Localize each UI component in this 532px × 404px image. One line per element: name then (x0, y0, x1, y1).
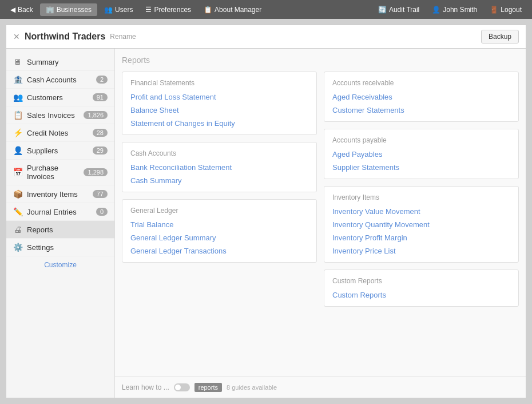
inventory-items-title: Inventory Items (332, 193, 510, 201)
sidebar-item-inventory-items[interactable]: 📦 Inventory Items 77 (6, 185, 114, 203)
general-ledger-title: General Ledger (130, 207, 308, 215)
sidebar-item-journal-entries[interactable]: ✏️ Journal Entries 0 (6, 203, 114, 221)
back-label: Back (18, 6, 33, 14)
customers-icon: 👥 (13, 93, 22, 102)
suppliers-badge: 29 (93, 146, 108, 155)
trial-balance-link[interactable]: Trial Balance (130, 220, 308, 229)
back-button[interactable]: ◀ Back (5, 3, 39, 16)
sidebar-customers-label: Customers (27, 93, 93, 102)
logout-label: Logout (501, 6, 522, 14)
sidebar-summary-label: Summary (27, 58, 108, 66)
reports-area: Reports Financial Statements Profit and … (115, 49, 526, 377)
cash-accounts-section: Cash Accounts Bank Reconciliation Statem… (122, 142, 317, 192)
sidebar-item-sales-invoices[interactable]: 📋 Sales Invoices 1,826 (6, 106, 114, 124)
purchase-invoices-badge: 1,298 (84, 168, 108, 176)
business-title: Northwind Traders (25, 31, 105, 42)
sidebar-item-summary[interactable]: 🖥 Summary (6, 53, 114, 71)
main-wrapper: ✕ Northwind Traders Rename Backup 🖥 Summ… (0, 19, 532, 404)
profit-loss-link[interactable]: Profit and Loss Statement (130, 93, 308, 101)
customize-link[interactable]: Customize (6, 256, 114, 274)
toggle-switch[interactable] (174, 383, 190, 391)
users-button[interactable]: 👥 Users (98, 3, 138, 16)
accounts-payable-title: Accounts payable (332, 136, 510, 144)
customer-statements-link[interactable]: Customer Statements (332, 106, 510, 114)
sidebar-item-credit-notes[interactable]: ⚡ Credit Notes 28 (6, 124, 114, 142)
guides-label: 8 guides available (227, 384, 277, 391)
rename-link[interactable]: Rename (110, 33, 136, 41)
sidebar-cash-label: Cash Accounts (27, 76, 96, 84)
sidebar-item-reports[interactable]: 🖨 Reports (6, 221, 114, 239)
cash-accounts-badge: 2 (96, 76, 108, 84)
reports-title: Reports (122, 56, 519, 65)
businesses-button[interactable]: 🏢 Businesses (40, 3, 97, 16)
cash-accounts-icon: 🏦 (13, 75, 22, 84)
reports-left-column: Financial Statements Profit and Loss Sta… (122, 72, 317, 307)
inventory-quantity-movement-link[interactable]: Inventory Quantity Movement (332, 220, 510, 229)
sidebar: 🖥 Summary 🏦 Cash Accounts 2 👥 Customers … (6, 49, 115, 398)
logout-icon: 🚪 (490, 6, 498, 14)
custom-reports-title: Custom Reports (332, 277, 510, 285)
sidebar-reports-label: Reports (27, 225, 108, 234)
sales-invoices-badge: 1,826 (84, 111, 108, 119)
cash-accounts-section-title: Cash Accounts (130, 149, 308, 157)
audit-icon: 🔄 (378, 6, 387, 14)
sidebar-inventory-label: Inventory Items (27, 190, 93, 199)
journal-icon: ✏️ (13, 207, 22, 216)
business-header: ✕ Northwind Traders Rename Backup (6, 25, 526, 48)
inventory-value-movement-link[interactable]: Inventory Value Movement (332, 207, 510, 216)
sidebar-journal-label: Journal Entries (27, 208, 96, 216)
sidebar-credit-label: Credit Notes (27, 129, 93, 137)
summary-icon: 🖥 (13, 57, 22, 66)
sales-invoices-icon: 📋 (13, 110, 22, 120)
sidebar-sales-label: Sales Invoices (27, 111, 84, 120)
preferences-icon: ☰ (145, 6, 152, 14)
logout-button[interactable]: 🚪 Logout (484, 3, 527, 16)
audit-trail-button[interactable]: 🔄 Audit Trail (372, 3, 425, 16)
aged-receivables-link[interactable]: Aged Receivables (332, 93, 510, 101)
inventory-icon: 📦 (13, 189, 22, 199)
bank-reconciliation-link[interactable]: Bank Reconciliation Statement (130, 163, 308, 172)
settings-icon: ⚙️ (13, 243, 22, 252)
inventory-price-list-link[interactable]: Inventory Price List (332, 247, 510, 255)
custom-reports-section: Custom Reports Custom Reports (324, 270, 519, 307)
cash-summary-link[interactable]: Cash Summary (130, 176, 308, 185)
inventory-profit-margin-link[interactable]: Inventory Profit Margin (332, 233, 510, 242)
backup-button[interactable]: Backup (481, 30, 519, 43)
sidebar-item-customers[interactable]: 👥 Customers 91 (6, 89, 114, 106)
user-button[interactable]: 👤 John Smith (426, 3, 483, 16)
accounts-receivable-title: Accounts receivable (332, 79, 510, 87)
sidebar-item-settings[interactable]: ⚙️ Settings (6, 239, 114, 256)
sidebar-suppliers-label: Suppliers (27, 146, 93, 155)
sidebar-purchase-label: Purchase Invoices (27, 164, 84, 181)
general-ledger-transactions-link[interactable]: General Ledger Transactions (130, 247, 308, 255)
custom-reports-link[interactable]: Custom Reports (332, 291, 510, 299)
learn-label: Learn how to ... (122, 383, 169, 391)
sidebar-settings-label: Settings (27, 243, 108, 252)
preferences-label: Preferences (154, 6, 191, 14)
general-ledger-section: General Ledger Trial Balance General Led… (122, 199, 317, 263)
accounts-receivable-section: Accounts receivable Aged Receivables Cus… (324, 72, 519, 122)
suppliers-icon: 👤 (13, 146, 22, 155)
accounts-payable-section: Accounts payable Aged Payables Supplier … (324, 129, 519, 179)
businesses-label: Businesses (57, 6, 92, 14)
sidebar-item-purchase-invoices[interactable]: 📅 Purchase Invoices 1,298 (6, 160, 114, 185)
supplier-statements-link[interactable]: Supplier Statements (332, 163, 510, 172)
nav-right: 🔄 Audit Trail 👤 John Smith 🚪 Logout (372, 3, 527, 16)
customers-badge: 91 (93, 93, 108, 101)
balance-sheet-link[interactable]: Balance Sheet (130, 106, 308, 114)
sidebar-item-cash-accounts[interactable]: 🏦 Cash Accounts 2 (6, 71, 114, 89)
aged-payables-link[interactable]: Aged Payables (332, 150, 510, 159)
close-button[interactable]: ✕ (13, 32, 20, 41)
about-button[interactable]: 📋 About Manager (198, 3, 267, 16)
financial-statements-title: Financial Statements (130, 79, 308, 87)
content-wrapper: 🖥 Summary 🏦 Cash Accounts 2 👥 Customers … (6, 48, 526, 398)
financial-statements-section: Financial Statements Profit and Loss Sta… (122, 72, 317, 135)
general-ledger-summary-link[interactable]: General Ledger Summary (130, 233, 308, 242)
inventory-items-section: Inventory Items Inventory Value Movement… (324, 186, 519, 263)
reports-grid: Financial Statements Profit and Loss Sta… (122, 72, 519, 307)
about-icon: 📋 (204, 6, 212, 14)
inventory-badge: 77 (93, 190, 108, 198)
preferences-button[interactable]: ☰ Preferences (140, 3, 197, 16)
statement-changes-link[interactable]: Statement of Changes in Equity (130, 119, 308, 128)
sidebar-item-suppliers[interactable]: 👤 Suppliers 29 (6, 142, 114, 160)
